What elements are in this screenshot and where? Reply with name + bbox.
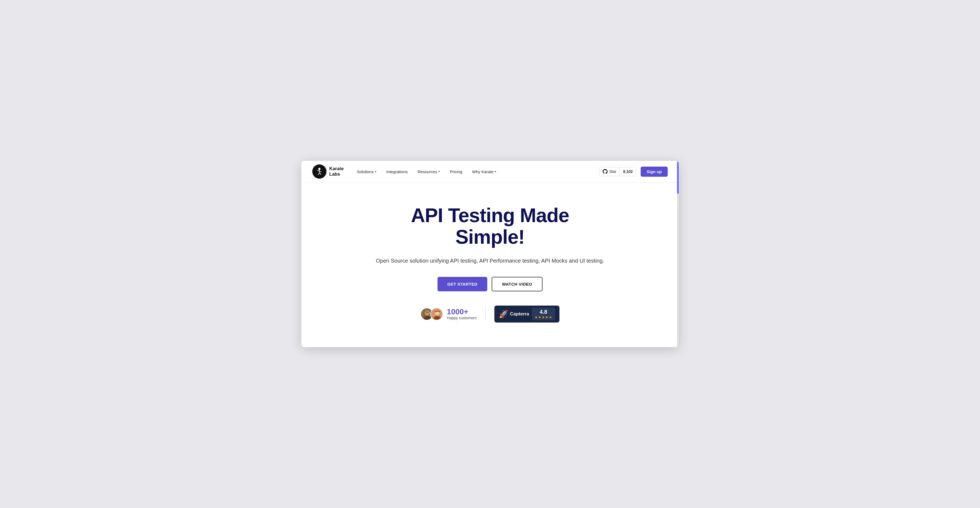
capterra-score: 4.8 [540, 309, 547, 315]
nav-resources[interactable]: Resources ▾ [418, 169, 440, 174]
nav-integrations[interactable]: Integrations [387, 169, 408, 174]
capterra-stars-icon: ★★★★★ [535, 315, 552, 319]
scrollbar-thumb[interactable] [677, 161, 679, 194]
hero-title: API Testing Made Simple! [312, 205, 668, 248]
nav-actions: Star 8,102 Sign up [599, 167, 668, 177]
capterra-name: Capterra [510, 311, 529, 317]
hero-section: API Testing Made Simple! Open Source sol… [301, 183, 679, 347]
resources-chevron-icon: ▾ [438, 170, 440, 174]
capterra-logo: 🚀 Capterra [499, 310, 529, 319]
avatar-stack [420, 308, 443, 320]
solutions-chevron-icon: ▾ [375, 170, 377, 174]
signup-button[interactable]: Sign up [641, 167, 668, 177]
svg-line-3 [320, 171, 321, 172]
hero-buttons: GET STARTED WATCH VIDEO [312, 277, 668, 291]
github-icon [603, 169, 608, 174]
hero-subtitle: Open Source solution unifying API testin… [312, 256, 668, 265]
karate-logo-svg [315, 167, 324, 176]
github-star-button[interactable]: Star 8,102 [599, 167, 636, 176]
svg-rect-10 [426, 312, 429, 313]
get-started-button[interactable]: GET STARTED [438, 277, 487, 291]
nav-solutions[interactable]: Solutions ▾ [357, 169, 377, 174]
svg-point-0 [318, 168, 320, 170]
customer-text: 1000+ Happy customers [447, 308, 477, 320]
customer-label: Happy customers [447, 316, 477, 320]
logo-text: Karate Labs [329, 166, 344, 177]
github-count: 8,102 [620, 167, 636, 176]
browser-window: Karate Labs Solutions ▾ Integrations Res… [301, 161, 679, 347]
svg-point-9 [425, 311, 430, 315]
customer-number: 1000+ [447, 308, 477, 316]
avatar-person-2 [431, 308, 443, 320]
svg-line-4 [318, 173, 320, 175]
logo[interactable]: Karate Labs [312, 164, 344, 178]
capterra-rating: 4.8 ★★★★★ [532, 308, 555, 320]
svg-line-5 [320, 173, 321, 175]
logo-icon [312, 164, 326, 178]
nav-why-karate[interactable]: Why Karate ▾ [472, 169, 496, 174]
capterra-badge[interactable]: 🚀 Capterra 4.8 ★★★★★ [495, 306, 560, 323]
svg-line-2 [317, 170, 320, 171]
capterra-rocket-icon: 🚀 [499, 310, 508, 319]
navigation: Karate Labs Solutions ▾ Integrations Res… [301, 161, 679, 183]
watch-video-button[interactable]: WATCH VIDEO [492, 277, 542, 291]
why-karate-chevron-icon: ▾ [495, 170, 496, 174]
github-star-inner: Star [600, 167, 620, 176]
nav-pricing[interactable]: Pricing [450, 169, 462, 174]
avatar [430, 308, 443, 320]
nav-links: Solutions ▾ Integrations Resources ▾ Pri… [357, 169, 599, 174]
customer-count: 1000+ Happy customers [420, 308, 477, 320]
social-proof: 1000+ Happy customers 🚀 Capterra 4.8 ★★★… [312, 306, 668, 323]
